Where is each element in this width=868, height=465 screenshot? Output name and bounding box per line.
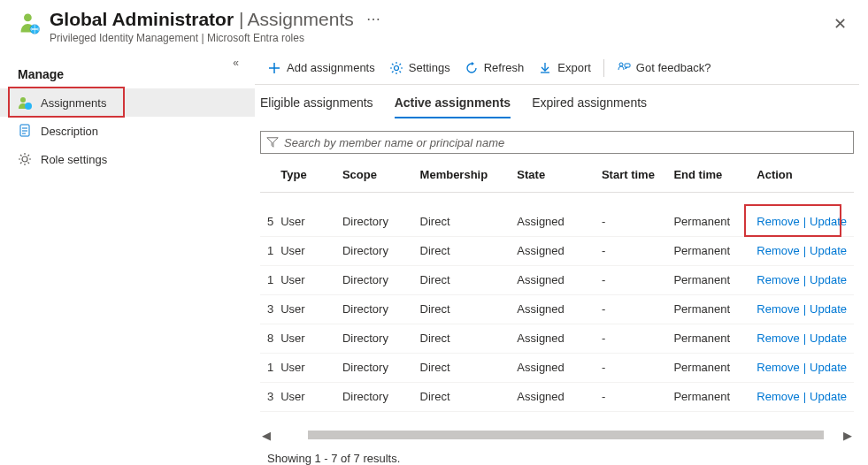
row-idchar: 8 (260, 324, 273, 354)
table-row[interactable]: 3UserDirectoryDirectAssigned-PermanentRe… (260, 383, 854, 412)
search-box[interactable] (260, 131, 854, 154)
cell-type: User (273, 208, 335, 237)
action-separator: | (803, 361, 806, 374)
scrollbar-track[interactable] (273, 429, 841, 441)
toolbar-label: Settings (409, 61, 450, 74)
cell-membership: Direct (413, 295, 511, 324)
cell-state: Assigned (510, 295, 595, 324)
update-link[interactable]: Update (810, 273, 847, 286)
svg-line-27 (392, 64, 394, 65)
feedback-button[interactable]: Got feedback? (610, 54, 718, 82)
tab-active[interactable]: Active assignments (395, 95, 511, 118)
cell-end: Permanent (666, 295, 749, 324)
scroll-left-icon[interactable]: ◀ (260, 429, 273, 441)
cell-scope: Directory (335, 324, 413, 354)
column-state[interactable]: State (510, 159, 595, 193)
more-actions-icon[interactable]: ⋯ (366, 12, 380, 27)
remove-link[interactable]: Remove (757, 244, 799, 257)
role-icon (18, 11, 42, 35)
cell-membership: Direct (413, 237, 511, 266)
tab-expired[interactable]: Expired assignments (532, 95, 647, 118)
column-action[interactable]: Action (749, 159, 854, 193)
refresh-button[interactable]: Refresh (457, 54, 532, 82)
cell-start: - (595, 354, 666, 383)
remove-link[interactable]: Remove (757, 302, 799, 316)
cell-action: Remove|Update (749, 295, 854, 324)
close-icon[interactable]: ✕ (830, 12, 850, 35)
export-button[interactable]: Export (531, 54, 598, 82)
action-separator: | (803, 390, 806, 403)
update-link[interactable]: Update (810, 390, 847, 403)
update-link[interactable]: Update (810, 244, 847, 257)
person-icon (18, 95, 32, 110)
table-row[interactable]: 1UserDirectoryDirectAssigned-PermanentRe… (260, 266, 854, 295)
settings-button[interactable]: Settings (382, 54, 457, 82)
sidebar-item-role-settings[interactable]: Role settings (0, 145, 255, 173)
add-assignments-button[interactable]: Add assignments (260, 54, 382, 82)
row-idchar: 1 (260, 266, 273, 295)
remove-link[interactable]: Remove (757, 361, 799, 374)
cell-type: User (273, 266, 335, 295)
remove-link[interactable]: Remove (757, 332, 799, 345)
row-idchar: 3 (260, 295, 273, 324)
cell-scope: Directory (335, 295, 413, 324)
scrollbar-thumb[interactable] (308, 431, 824, 439)
cell-scope: Directory (335, 208, 413, 237)
cell-membership: Direct (413, 266, 511, 295)
remove-link[interactable]: Remove (757, 390, 799, 403)
search-input[interactable] (284, 136, 848, 149)
refresh-icon (465, 61, 479, 75)
cell-end: Permanent (666, 354, 749, 383)
svg-point-6 (25, 103, 32, 110)
update-link[interactable]: Update (810, 302, 847, 316)
cell-membership: Direct (413, 383, 511, 412)
cell-end: Permanent (666, 266, 749, 295)
remove-link[interactable]: Remove (757, 215, 799, 228)
update-link[interactable]: Update (810, 215, 847, 228)
collapse-sidebar-icon[interactable]: « (233, 57, 239, 69)
update-link[interactable]: Update (810, 332, 847, 345)
cell-scope: Directory (335, 354, 413, 383)
svg-line-16 (20, 155, 22, 156)
column-type[interactable]: Type (273, 159, 335, 193)
sidebar: « Manage Assignments (0, 51, 255, 465)
results-text: Showing 1 - 7 of 7 results. (255, 445, 859, 465)
table-row[interactable]: 3UserDirectoryDirectAssigned-PermanentRe… (260, 295, 854, 324)
column-scope[interactable]: Scope (335, 159, 413, 193)
sidebar-item-assignments[interactable]: Assignments (0, 88, 255, 117)
table-row[interactable]: 1UserDirectoryDirectAssigned-PermanentRe… (260, 354, 854, 383)
update-link[interactable]: Update (810, 361, 847, 374)
horizontal-scrollbar[interactable]: ◀ ▶ (260, 429, 854, 441)
feedback-icon (617, 61, 631, 75)
cell-action: Remove|Update (749, 383, 854, 412)
cell-type: User (273, 354, 335, 383)
column-end[interactable]: End time (666, 159, 749, 193)
tab-eligible[interactable]: Eligible assignments (260, 95, 373, 118)
tabs: Eligible assignments Active assignments … (255, 85, 859, 118)
svg-point-5 (20, 97, 26, 103)
plus-icon (267, 61, 281, 75)
table-row[interactable]: 8UserDirectoryDirectAssigned-PermanentRe… (260, 324, 854, 354)
toolbar-label: Export (557, 61, 591, 74)
cell-state: Assigned (510, 266, 595, 295)
action-separator: | (803, 215, 806, 228)
svg-point-33 (619, 63, 623, 66)
table-row[interactable]: 5UserDirectoryDirectAssigned-PermanentRe… (260, 208, 854, 237)
action-separator: | (803, 332, 806, 345)
column-membership[interactable]: Membership (413, 159, 511, 193)
sidebar-section-title: Manage (0, 58, 255, 88)
title-separator: | (239, 9, 243, 30)
cell-membership: Direct (413, 354, 511, 383)
document-icon (18, 124, 32, 138)
column-start[interactable]: Start time (595, 159, 666, 193)
remove-link[interactable]: Remove (757, 273, 799, 286)
table-row[interactable]: 1UserDirectoryDirectAssigned-PermanentRe… (260, 237, 854, 266)
cell-start: - (595, 324, 666, 354)
sidebar-item-description[interactable]: Description (0, 117, 255, 145)
toolbar: Add assignments Settings Refresh (255, 51, 859, 85)
download-icon (538, 61, 552, 75)
scroll-right-icon[interactable]: ▶ (841, 429, 854, 441)
cell-start: - (595, 295, 666, 324)
main-panel: Add assignments Settings Refresh (255, 51, 868, 465)
cell-type: User (273, 383, 335, 412)
